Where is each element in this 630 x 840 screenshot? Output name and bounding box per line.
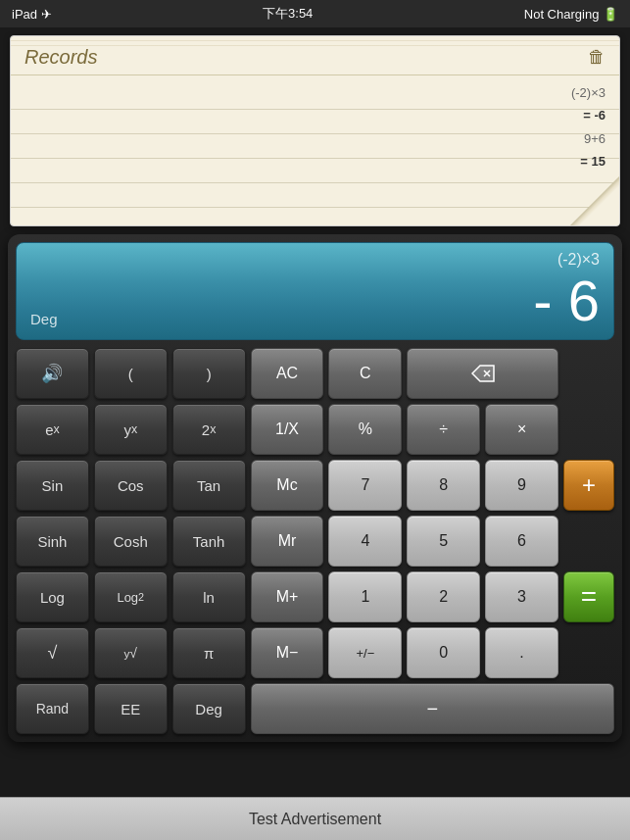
mc-button[interactable]: Mc bbox=[251, 460, 324, 511]
status-time: 下午3:54 bbox=[263, 5, 313, 23]
ln-button[interactable]: ln bbox=[172, 571, 246, 622]
ee-button[interactable]: EE bbox=[94, 683, 168, 734]
multiply-button[interactable]: × bbox=[485, 404, 558, 455]
tan-button[interactable]: Tan bbox=[172, 460, 246, 511]
records-title: Records bbox=[24, 46, 97, 69]
ipad-label: iPad ✈ bbox=[12, 7, 52, 22]
sqrt-button[interactable]: √ bbox=[16, 627, 89, 678]
six-button[interactable]: 6 bbox=[485, 516, 558, 567]
eight-button[interactable]: 8 bbox=[407, 460, 480, 511]
charging-label: Not Charging 🔋 bbox=[524, 7, 618, 22]
sinh-button[interactable]: Sinh bbox=[16, 516, 89, 567]
tanh-button[interactable]: Tanh bbox=[172, 516, 246, 567]
ex-button[interactable]: ex bbox=[16, 404, 89, 455]
three-button[interactable]: 3 bbox=[485, 571, 558, 622]
cos-button[interactable]: Cos bbox=[94, 460, 168, 511]
display-mode: Deg bbox=[30, 311, 58, 327]
cosh-button[interactable]: Cosh bbox=[94, 516, 168, 567]
reciprocal-button[interactable]: 1/X bbox=[251, 404, 324, 455]
sound-button[interactable]: 🔊 bbox=[16, 348, 89, 399]
record-expr-1: (-2)×3 bbox=[24, 81, 606, 104]
close-paren-button[interactable]: ) bbox=[172, 348, 246, 399]
pi-button[interactable]: π bbox=[172, 627, 246, 678]
status-bar: iPad ✈ 下午3:54 Not Charging 🔋 bbox=[0, 0, 630, 27]
log2-button[interactable]: Log2 bbox=[94, 571, 168, 622]
four-button[interactable]: 4 bbox=[328, 516, 402, 567]
yx-button[interactable]: yx bbox=[94, 404, 168, 455]
record-result-1: = -6 bbox=[24, 104, 606, 126]
seven-button[interactable]: 7 bbox=[328, 460, 402, 511]
mminus-button[interactable]: M− bbox=[251, 627, 324, 678]
ac-button[interactable]: AC bbox=[251, 348, 324, 399]
deg-mode-button[interactable]: Deg bbox=[172, 683, 246, 734]
divide-button[interactable]: ÷ bbox=[407, 404, 480, 455]
records-delete-button[interactable]: 🗑 bbox=[588, 47, 606, 68]
mr-button[interactable]: Mr bbox=[251, 516, 324, 567]
ad-bar: Test Advertisement bbox=[0, 797, 630, 840]
record-result-2: = 15 bbox=[24, 150, 606, 173]
decimal-button[interactable]: . bbox=[485, 627, 558, 678]
calculator-display: (-2)×3 - 6 Deg bbox=[16, 242, 614, 340]
records-body: (-2)×3 = -6 9+6 = 15 bbox=[11, 75, 619, 179]
button-grid: 🔊()ACCexyx2x1/X%÷×SinCosTanMc789+SinhCos… bbox=[16, 348, 614, 734]
record-expr-2: 9+6 bbox=[24, 127, 606, 150]
ad-label: Test Advertisement bbox=[249, 811, 381, 828]
display-expression: (-2)×3 bbox=[30, 251, 600, 269]
records-section: Records 🗑 (-2)×3 = -6 9+6 = 15 bbox=[10, 35, 620, 226]
minus-bottom-button[interactable]: − bbox=[251, 683, 614, 734]
backspace-button[interactable] bbox=[407, 348, 558, 399]
display-result: - 6 bbox=[30, 272, 600, 329]
2x-button[interactable]: 2x bbox=[172, 404, 246, 455]
zero-button[interactable]: 0 bbox=[407, 627, 480, 678]
rand-button[interactable]: Rand bbox=[16, 683, 89, 734]
mplus-button[interactable]: M+ bbox=[251, 571, 324, 622]
sqrty-button[interactable]: y√ bbox=[94, 627, 168, 678]
plusminus-button[interactable]: +/− bbox=[328, 627, 402, 678]
equals-button[interactable]: = bbox=[563, 571, 614, 622]
five-button[interactable]: 5 bbox=[407, 516, 480, 567]
log-button[interactable]: Log bbox=[16, 571, 89, 622]
plus-button[interactable]: + bbox=[563, 460, 614, 511]
open-paren-button[interactable]: ( bbox=[94, 348, 168, 399]
two-button[interactable]: 2 bbox=[407, 571, 480, 622]
calculator: (-2)×3 - 6 Deg 🔊()ACCexyx2x1/X%÷×SinCosT… bbox=[8, 234, 622, 742]
one-button[interactable]: 1 bbox=[328, 571, 402, 622]
percent-button[interactable]: % bbox=[328, 404, 402, 455]
sin-button[interactable]: Sin bbox=[16, 460, 89, 511]
c-button[interactable]: C bbox=[328, 348, 402, 399]
nine-button[interactable]: 9 bbox=[485, 460, 558, 511]
status-right: Not Charging 🔋 bbox=[524, 7, 618, 22]
records-header: Records 🗑 bbox=[11, 36, 619, 75]
status-left: iPad ✈ bbox=[12, 7, 52, 22]
